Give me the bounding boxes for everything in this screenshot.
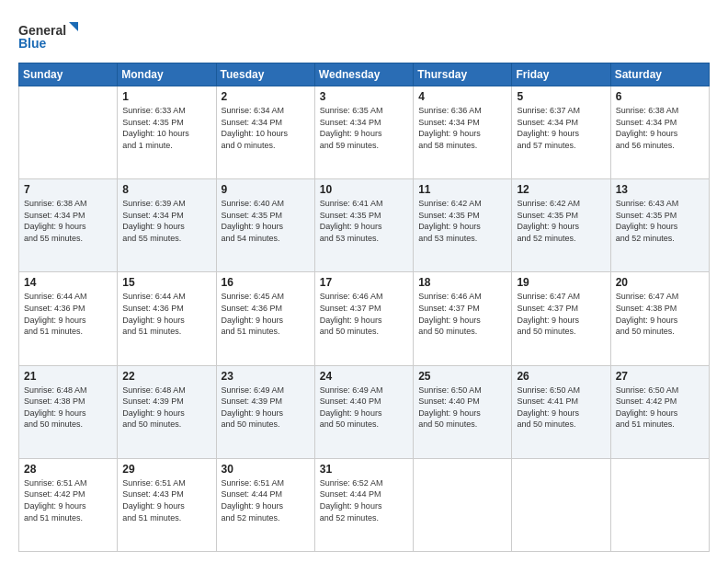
calendar-cell: 27Sunrise: 6:50 AM Sunset: 4:42 PM Dayli…	[610, 365, 709, 458]
day-number: 1	[122, 90, 210, 103]
day-number: 15	[122, 276, 210, 289]
calendar-cell: 7Sunrise: 6:38 AM Sunset: 4:34 PM Daylig…	[19, 179, 118, 272]
svg-marker-2	[69, 22, 78, 31]
cell-content: Sunrise: 6:48 AM Sunset: 4:39 PM Dayligh…	[122, 385, 210, 431]
day-number: 27	[616, 370, 704, 383]
calendar-cell: 8Sunrise: 6:39 AM Sunset: 4:34 PM Daylig…	[118, 179, 216, 272]
calendar-cell: 1Sunrise: 6:33 AM Sunset: 4:35 PM Daylig…	[118, 86, 216, 179]
cell-content: Sunrise: 6:34 AM Sunset: 4:34 PM Dayligh…	[222, 105, 310, 151]
day-number: 11	[418, 183, 506, 196]
day-number: 17	[320, 276, 408, 289]
col-header-thursday: Thursday	[414, 63, 512, 86]
cell-content: Sunrise: 6:36 AM Sunset: 4:34 PM Dayligh…	[418, 105, 506, 151]
logo: General Blue	[18, 20, 83, 53]
calendar-cell: 11Sunrise: 6:42 AM Sunset: 4:35 PM Dayli…	[414, 179, 512, 272]
cell-content: Sunrise: 6:44 AM Sunset: 4:36 PM Dayligh…	[24, 291, 112, 337]
calendar-cell: 26Sunrise: 6:50 AM Sunset: 4:41 PM Dayli…	[512, 365, 610, 458]
calendar-cell: 10Sunrise: 6:41 AM Sunset: 4:35 PM Dayli…	[314, 179, 413, 272]
cell-content: Sunrise: 6:33 AM Sunset: 4:35 PM Dayligh…	[122, 105, 210, 151]
day-number: 23	[222, 370, 310, 383]
cell-content: Sunrise: 6:37 AM Sunset: 4:34 PM Dayligh…	[517, 105, 605, 151]
col-header-sunday: Sunday	[19, 63, 118, 86]
calendar-table: SundayMondayTuesdayWednesdayThursdayFrid…	[18, 63, 710, 552]
calendar-cell: 17Sunrise: 6:46 AM Sunset: 4:37 PM Dayli…	[314, 272, 413, 365]
col-header-tuesday: Tuesday	[216, 63, 314, 86]
calendar-cell: 12Sunrise: 6:42 AM Sunset: 4:35 PM Dayli…	[512, 179, 610, 272]
cell-content: Sunrise: 6:50 AM Sunset: 4:41 PM Dayligh…	[517, 385, 605, 431]
calendar-cell: 5Sunrise: 6:37 AM Sunset: 4:34 PM Daylig…	[512, 86, 610, 179]
cell-content: Sunrise: 6:50 AM Sunset: 4:40 PM Dayligh…	[418, 385, 506, 431]
cell-content: Sunrise: 6:52 AM Sunset: 4:44 PM Dayligh…	[320, 477, 408, 523]
day-number: 10	[320, 183, 408, 196]
calendar-cell: 24Sunrise: 6:49 AM Sunset: 4:40 PM Dayli…	[314, 365, 413, 458]
calendar-cell: 4Sunrise: 6:36 AM Sunset: 4:34 PM Daylig…	[414, 86, 512, 179]
calendar-cell	[414, 458, 512, 551]
calendar-cell: 22Sunrise: 6:48 AM Sunset: 4:39 PM Dayli…	[118, 365, 216, 458]
calendar-cell: 31Sunrise: 6:52 AM Sunset: 4:44 PM Dayli…	[314, 458, 413, 551]
day-number: 6	[616, 90, 704, 103]
day-number: 3	[320, 90, 408, 103]
calendar-cell: 16Sunrise: 6:45 AM Sunset: 4:36 PM Dayli…	[216, 272, 314, 365]
calendar-cell: 3Sunrise: 6:35 AM Sunset: 4:34 PM Daylig…	[314, 86, 413, 179]
cell-content: Sunrise: 6:46 AM Sunset: 4:37 PM Dayligh…	[418, 291, 506, 337]
col-header-monday: Monday	[118, 63, 216, 86]
calendar-cell: 15Sunrise: 6:44 AM Sunset: 4:36 PM Dayli…	[118, 272, 216, 365]
day-number: 26	[517, 370, 605, 383]
calendar-cell: 19Sunrise: 6:47 AM Sunset: 4:37 PM Dayli…	[512, 272, 610, 365]
calendar-cell: 29Sunrise: 6:51 AM Sunset: 4:43 PM Dayli…	[118, 458, 216, 551]
cell-content: Sunrise: 6:38 AM Sunset: 4:34 PM Dayligh…	[616, 105, 704, 151]
calendar-cell: 30Sunrise: 6:51 AM Sunset: 4:44 PM Dayli…	[216, 458, 314, 551]
page: General Blue SundayMondayTuesdayWednesda…	[0, 0, 728, 563]
day-number: 7	[24, 183, 112, 196]
cell-content: Sunrise: 6:49 AM Sunset: 4:39 PM Dayligh…	[222, 385, 310, 431]
day-number: 13	[616, 183, 704, 196]
cell-content: Sunrise: 6:46 AM Sunset: 4:37 PM Dayligh…	[320, 291, 408, 337]
cell-content: Sunrise: 6:50 AM Sunset: 4:42 PM Dayligh…	[616, 385, 704, 431]
calendar-cell: 2Sunrise: 6:34 AM Sunset: 4:34 PM Daylig…	[216, 86, 314, 179]
day-number: 2	[222, 90, 310, 103]
day-number: 30	[222, 463, 310, 476]
day-number: 31	[320, 463, 408, 476]
cell-content: Sunrise: 6:48 AM Sunset: 4:38 PM Dayligh…	[24, 385, 112, 431]
header: General Blue	[18, 17, 710, 53]
day-number: 29	[122, 463, 210, 476]
calendar-cell: 20Sunrise: 6:47 AM Sunset: 4:38 PM Dayli…	[610, 272, 709, 365]
col-header-wednesday: Wednesday	[314, 63, 413, 86]
cell-content: Sunrise: 6:41 AM Sunset: 4:35 PM Dayligh…	[320, 198, 408, 244]
day-number: 18	[418, 276, 506, 289]
day-number: 20	[616, 276, 704, 289]
cell-content: Sunrise: 6:43 AM Sunset: 4:35 PM Dayligh…	[616, 198, 704, 244]
day-number: 4	[418, 90, 506, 103]
day-number: 5	[517, 90, 605, 103]
col-header-saturday: Saturday	[610, 63, 709, 86]
cell-content: Sunrise: 6:51 AM Sunset: 4:43 PM Dayligh…	[122, 477, 210, 523]
calendar-cell: 28Sunrise: 6:51 AM Sunset: 4:42 PM Dayli…	[19, 458, 118, 551]
day-number: 22	[122, 370, 210, 383]
cell-content: Sunrise: 6:39 AM Sunset: 4:34 PM Dayligh…	[122, 198, 210, 244]
calendar-week-2: 7Sunrise: 6:38 AM Sunset: 4:34 PM Daylig…	[19, 179, 710, 272]
col-header-friday: Friday	[512, 63, 610, 86]
calendar-cell: 18Sunrise: 6:46 AM Sunset: 4:37 PM Dayli…	[414, 272, 512, 365]
day-number: 19	[517, 276, 605, 289]
cell-content: Sunrise: 6:44 AM Sunset: 4:36 PM Dayligh…	[122, 291, 210, 337]
cell-content: Sunrise: 6:42 AM Sunset: 4:35 PM Dayligh…	[517, 198, 605, 244]
cell-content: Sunrise: 6:51 AM Sunset: 4:42 PM Dayligh…	[24, 477, 112, 523]
calendar-week-1: 1Sunrise: 6:33 AM Sunset: 4:35 PM Daylig…	[19, 86, 710, 179]
calendar-cell	[610, 458, 709, 551]
calendar-cell: 14Sunrise: 6:44 AM Sunset: 4:36 PM Dayli…	[19, 272, 118, 365]
day-number: 24	[320, 370, 408, 383]
cell-content: Sunrise: 6:51 AM Sunset: 4:44 PM Dayligh…	[222, 477, 310, 523]
cell-content: Sunrise: 6:49 AM Sunset: 4:40 PM Dayligh…	[320, 385, 408, 431]
calendar-cell: 23Sunrise: 6:49 AM Sunset: 4:39 PM Dayli…	[216, 365, 314, 458]
day-number: 25	[418, 370, 506, 383]
day-number: 9	[222, 183, 310, 196]
cell-content: Sunrise: 6:47 AM Sunset: 4:37 PM Dayligh…	[517, 291, 605, 337]
day-number: 12	[517, 183, 605, 196]
cell-content: Sunrise: 6:38 AM Sunset: 4:34 PM Dayligh…	[24, 198, 112, 244]
calendar-cell: 6Sunrise: 6:38 AM Sunset: 4:34 PM Daylig…	[610, 86, 709, 179]
calendar-cell: 21Sunrise: 6:48 AM Sunset: 4:38 PM Dayli…	[19, 365, 118, 458]
cell-content: Sunrise: 6:42 AM Sunset: 4:35 PM Dayligh…	[418, 198, 506, 244]
calendar-week-5: 28Sunrise: 6:51 AM Sunset: 4:42 PM Dayli…	[19, 458, 710, 551]
calendar-week-3: 14Sunrise: 6:44 AM Sunset: 4:36 PM Dayli…	[19, 272, 710, 365]
day-number: 28	[24, 463, 112, 476]
